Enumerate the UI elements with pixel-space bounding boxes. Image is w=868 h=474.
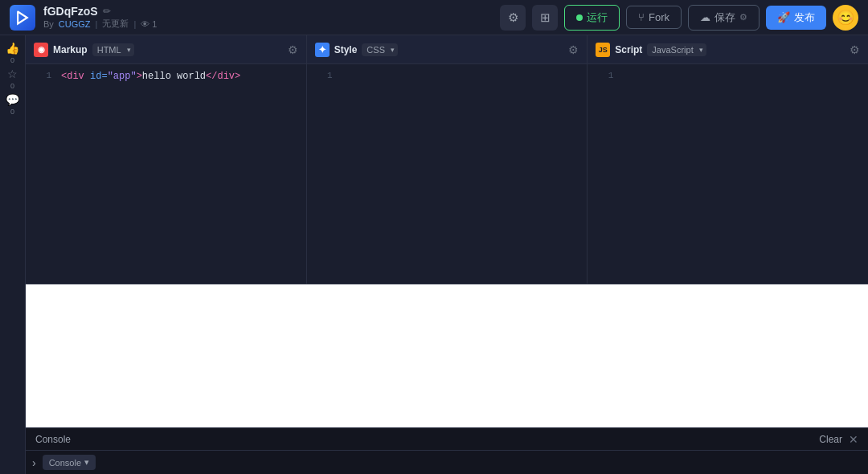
script-code-line-1: 1 <box>588 69 868 84</box>
like-count: 0 <box>10 56 14 64</box>
run-label: 运行 <box>587 10 608 25</box>
view-count: 1 <box>152 19 157 29</box>
script-icon: JS <box>596 43 610 57</box>
code-content-1: <div id="app">hello world</div> <box>61 69 240 84</box>
grid-icon: ⊞ <box>540 10 551 25</box>
console-label: Console <box>35 434 819 445</box>
script-editor-body[interactable]: 1 <box>588 64 868 284</box>
cloud-icon: ☁ <box>700 11 710 23</box>
style-header: ✦ Style CSS ⚙ <box>307 35 588 64</box>
console-close-icon[interactable]: ✕ <box>849 433 858 446</box>
publish-button[interactable]: 🚀 发布 <box>766 6 826 30</box>
console-tab-chevron: ▾ <box>84 457 89 468</box>
author-link[interactable]: CUGGZ <box>59 19 91 29</box>
markup-icon: ◉ <box>34 43 48 57</box>
code-line-1: 1 <div id="app">hello world</div> <box>26 69 306 84</box>
console-tab-label: Console <box>49 458 81 468</box>
star-icon: ☆ <box>7 67 18 80</box>
publish-icon: 🚀 <box>777 11 790 23</box>
fork-label: Fork <box>649 11 669 23</box>
markup-header: ◉ Markup HTML ⚙ <box>26 35 306 64</box>
line-number-1: 1 <box>32 69 51 84</box>
script-label: Script <box>615 44 642 55</box>
editors-area: ◉ Markup HTML ⚙ 1 <div id="app">hello wo… <box>26 35 868 474</box>
edit-icon[interactable]: ✏ <box>103 6 111 17</box>
comment-count: 0 <box>10 108 14 116</box>
fork-button[interactable]: ⑂ Fork <box>626 6 682 29</box>
sidebar-item-comment[interactable]: 💬 0 <box>2 93 24 116</box>
run-indicator <box>576 14 583 21</box>
markup-lang-wrapper[interactable]: HTML <box>92 43 134 56</box>
avatar[interactable]: 😊 <box>833 5 858 31</box>
sidebar: 👍 0 ☆ 0 💬 0 <box>0 35 26 474</box>
save-settings-icon: ⚙ <box>739 12 747 22</box>
markup-pane: ◉ Markup HTML ⚙ 1 <div id="app">hello wo… <box>26 35 307 284</box>
sidebar-item-star[interactable]: ☆ 0 <box>2 67 24 90</box>
app-logo[interactable] <box>10 5 35 31</box>
by-label: By <box>43 19 54 29</box>
header-title-area: fGDqFzoS ✏ By CUGGZ | 无更新 | 👁 1 <box>43 5 157 30</box>
script-line-number-1: 1 <box>594 69 613 84</box>
publish-label: 发布 <box>794 10 815 25</box>
markup-editor-body[interactable]: 1 <div id="app">hello world</div> <box>26 64 306 284</box>
console-clear-button[interactable]: Clear <box>819 434 842 445</box>
console-prompt-icon[interactable]: › <box>32 456 36 469</box>
project-title: fGDqFzoS <box>43 5 98 18</box>
gear-icon: ⚙ <box>508 10 518 25</box>
header: fGDqFzoS ✏ By CUGGZ | 无更新 | 👁 1 ⚙ ⊞ 运行 ⑂ <box>0 0 868 35</box>
run-button[interactable]: 运行 <box>564 5 620 31</box>
style-pane: ✦ Style CSS ⚙ 1 <box>307 35 588 284</box>
markup-settings-icon[interactable]: ⚙ <box>288 43 298 56</box>
grid-button[interactable]: ⊞ <box>532 5 558 31</box>
script-settings-icon[interactable]: ⚙ <box>850 43 860 56</box>
script-lang-wrapper[interactable]: JavaScript <box>647 43 706 56</box>
save-label: 保存 <box>714 10 735 25</box>
style-code-line-1: 1 <box>307 69 588 84</box>
star-count: 0 <box>10 82 14 90</box>
style-lang-select[interactable]: CSS <box>362 43 398 56</box>
script-header: JS Script JavaScript ⚙ <box>588 35 868 64</box>
main-area: 👍 0 ☆ 0 💬 0 ◉ Markup <box>0 35 868 474</box>
fork-icon: ⑂ <box>638 11 645 23</box>
style-icon: ✦ <box>315 43 330 57</box>
console-tab-button[interactable]: Console ▾ <box>43 455 96 470</box>
settings-button[interactable]: ⚙ <box>500 5 526 31</box>
save-button[interactable]: ☁ 保存 ⚙ <box>688 5 760 31</box>
script-pane: JS Script JavaScript ⚙ 1 <box>588 35 868 284</box>
preview-area[interactable] <box>26 284 868 427</box>
console-input-row: › Console ▾ <box>26 450 868 474</box>
script-lang-select[interactable]: JavaScript <box>647 43 706 56</box>
style-editor-body[interactable]: 1 <box>307 64 588 284</box>
sidebar-item-like[interactable]: 👍 0 <box>2 42 24 64</box>
style-lang-wrapper[interactable]: CSS <box>362 43 398 56</box>
view-badge: 👁 1 <box>141 19 157 29</box>
markup-lang-select[interactable]: HTML <box>92 43 134 56</box>
avatar-emoji: 😊 <box>837 9 854 27</box>
editors-top: ◉ Markup HTML ⚙ 1 <div id="app">hello wo… <box>26 35 868 284</box>
eye-icon: 👁 <box>141 19 149 29</box>
style-label: Style <box>334 44 358 55</box>
meta-separator2: | <box>133 19 136 29</box>
meta-separator: | <box>96 19 98 29</box>
like-icon: 👍 <box>6 42 19 55</box>
console-bar: Console Clear ✕ <box>26 427 868 450</box>
comment-icon: 💬 <box>6 93 19 106</box>
no-update-label: 无更新 <box>102 18 129 30</box>
style-settings-icon[interactable]: ⚙ <box>568 43 579 56</box>
markup-label: Markup <box>53 44 88 55</box>
style-line-number-1: 1 <box>313 69 333 84</box>
header-actions: ⚙ ⊞ 运行 ⑂ Fork ☁ 保存 ⚙ 🚀 发布 😊 <box>500 5 858 31</box>
